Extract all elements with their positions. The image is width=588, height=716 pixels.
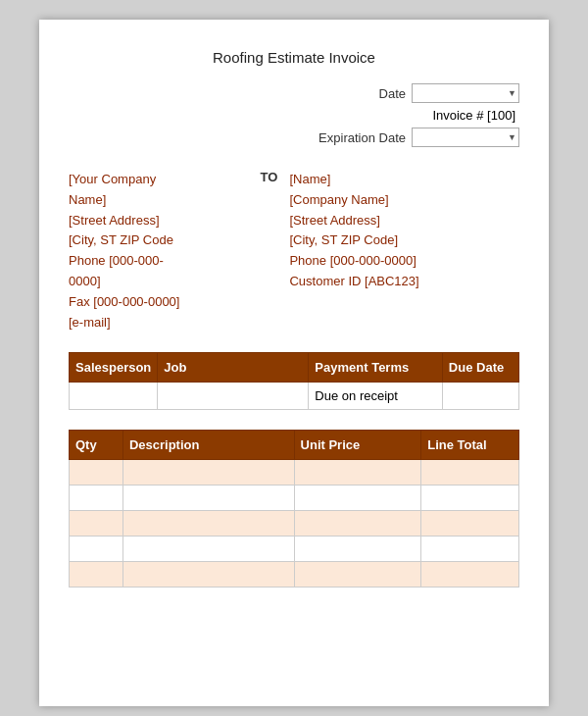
sales-table: Salesperson Job Payment Terms Due Date D… <box>69 352 519 410</box>
col-unit-price: Unit Price <box>294 431 421 460</box>
expiration-input[interactable]: ▼ <box>412 128 519 147</box>
sales-header-row: Salesperson Job Payment Terms Due Date <box>70 353 519 383</box>
unit_price-cell <box>294 537 421 562</box>
line_total-cell <box>421 511 519 537</box>
items-row <box>70 537 519 562</box>
col-payment-terms: Payment Terms <box>309 353 442 383</box>
to-line: [City, ST ZIP Code] <box>289 230 519 251</box>
from-line: [City, ST ZIP Code <box>69 230 260 251</box>
qty-cell <box>70 486 123 511</box>
invoice-page: Roofing Estimate Invoice Date ▼ Invoice … <box>39 20 549 706</box>
header-section: Date ▼ Invoice # [100] Expiration Date ▼ <box>69 83 519 152</box>
date-dropdown-arrow: ▼ <box>508 88 516 98</box>
from-line: Name] <box>69 190 260 211</box>
payment-terms-cell: Due on receipt <box>309 383 442 410</box>
items-row <box>70 511 519 537</box>
qty-cell <box>70 562 123 588</box>
expiration-dropdown-arrow: ▼ <box>508 132 516 142</box>
qty-cell <box>70 460 123 486</box>
description-cell <box>122 537 294 562</box>
sales-data-row: Due on receipt <box>70 383 519 410</box>
due-date-cell <box>442 383 518 410</box>
address-section: [Your CompanyName][Street Address][City,… <box>69 170 519 332</box>
invoice-number-row: Invoice # [100] <box>432 108 519 123</box>
from-line: [Street Address] <box>69 211 260 231</box>
from-line: Fax [000-000-0000] <box>69 292 260 313</box>
page-title: Roofing Estimate Invoice <box>69 49 519 66</box>
salesperson-cell <box>70 383 158 410</box>
job-cell <box>158 383 309 410</box>
qty-cell <box>70 511 123 537</box>
date-label: Date <box>379 86 406 101</box>
items-table: Qty Description Unit Price Line Total <box>69 430 519 588</box>
from-line: 0000] <box>69 272 260 292</box>
items-row <box>70 486 519 511</box>
unit_price-cell <box>294 511 421 537</box>
qty-cell <box>70 537 123 562</box>
to-line: [Name] <box>289 170 519 190</box>
items-row <box>70 460 519 486</box>
to-line: Phone [000-000-0000] <box>289 251 519 272</box>
from-line: [e-mail] <box>69 313 260 333</box>
description-cell <box>122 562 294 588</box>
unit_price-cell <box>294 460 421 486</box>
invoice-label: Invoice # [100] <box>432 108 515 123</box>
col-description: Description <box>122 431 294 460</box>
line_total-cell <box>421 486 519 511</box>
col-qty: Qty <box>70 431 123 460</box>
expiration-label: Expiration Date <box>318 130 406 145</box>
line_total-cell <box>421 537 519 562</box>
to-label: TO <box>260 170 289 332</box>
description-cell <box>122 511 294 537</box>
description-cell <box>122 460 294 486</box>
from-line: Phone [000-000- <box>69 251 260 272</box>
col-line-total: Line Total <box>421 431 519 460</box>
col-salesperson: Salesperson <box>70 353 158 383</box>
from-address: [Your CompanyName][Street Address][City,… <box>69 170 260 332</box>
col-due-date: Due Date <box>442 353 518 383</box>
description-cell <box>122 486 294 511</box>
unit_price-cell <box>294 486 421 511</box>
to-address: [Name][Company Name][Street Address][Cit… <box>289 170 519 332</box>
line_total-cell <box>421 460 519 486</box>
items-header-row: Qty Description Unit Price Line Total <box>70 431 519 460</box>
expiration-row: Expiration Date ▼ <box>318 128 519 147</box>
date-input[interactable]: ▼ <box>412 83 519 103</box>
to-line: [Company Name] <box>289 190 519 211</box>
date-row: Date ▼ <box>379 83 519 103</box>
from-line: [Your Company <box>69 170 260 190</box>
items-row <box>70 562 519 588</box>
to-line: Customer ID [ABC123] <box>289 272 519 292</box>
col-job: Job <box>158 353 309 383</box>
line_total-cell <box>421 562 519 588</box>
to-line: [Street Address] <box>289 211 519 231</box>
unit_price-cell <box>294 562 421 588</box>
